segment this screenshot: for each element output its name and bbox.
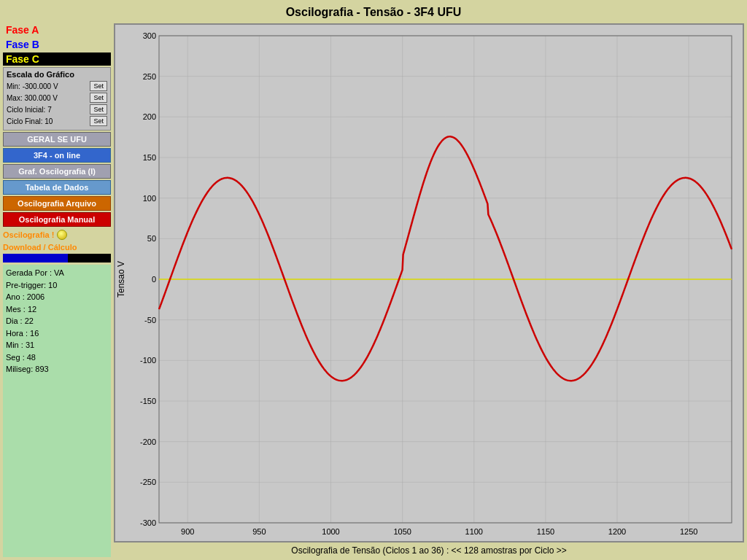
info-miliseg: Miliseg: 893 [6, 363, 108, 376]
oscilografia-section: Oscilografia ! [3, 228, 111, 241]
page-title: Oscilografia - Tensão - 3F4 UFU [3, 3, 744, 23]
oscilografia-manual-button[interactable]: Oscilografia Manual [3, 212, 111, 227]
chart-container [114, 23, 744, 542]
info-min: Min : 31 [6, 339, 108, 351]
info-pre-trigger: Pre-trigger: 10 [6, 279, 108, 292]
max-set-button[interactable]: Set [90, 93, 107, 103]
oscilografia-arquivo-button[interactable]: Oscilografia Arquivo [3, 196, 111, 211]
3f4-online-button[interactable]: 3F4 - on line [3, 148, 111, 163]
x-axis-label: Oscilografia de Tensão (Ciclos 1 ao 36) … [114, 542, 744, 557]
max-label: Max: 300.000 V [7, 94, 58, 102]
phase-b-label: Fase B [3, 38, 111, 51]
progress-bar-fill [3, 254, 68, 262]
chart-canvas [115, 25, 743, 541]
info-section: Gerada Por : VA Pre-trigger: 10 Ano : 20… [3, 265, 111, 557]
oscilografia-label: Oscilografia ! [3, 230, 54, 239]
info-hora: Hora : 16 [6, 327, 108, 340]
ciclo-final-label: Ciclo Final: 10 [7, 117, 53, 125]
min-set-button[interactable]: Set [90, 81, 107, 91]
scale-section: Escala do Gráfico Min: -300.000 V Set Ma… [3, 67, 111, 131]
info-ano: Ano : 2006 [6, 291, 108, 303]
info-gerada: Gerada Por : VA [6, 267, 108, 279]
min-label: Min: -300.000 V [7, 82, 58, 90]
chart-area: Oscilografia de Tensão (Ciclos 1 ao 36) … [114, 23, 744, 557]
ciclo-inicial-set-button[interactable]: Set [90, 104, 107, 114]
info-seg: Seg : 48 [6, 351, 108, 364]
progress-bar [3, 254, 111, 262]
geral-se-ufu-button[interactable]: GERAL SE UFU [3, 132, 111, 147]
ciclo-inicial-label: Ciclo Inicial: 7 [7, 106, 52, 114]
phase-c-label: Fase C [3, 52, 111, 66]
info-dia: Dia : 22 [6, 315, 108, 327]
ciclo-final-set-button[interactable]: Set [90, 116, 107, 126]
scale-title: Escala do Gráfico [7, 70, 107, 79]
download-label: Download / Cálculo [3, 243, 111, 252]
status-indicator [57, 230, 67, 240]
graf-oscilografia-button[interactable]: Graf. Oscilografia (I) [3, 164, 111, 179]
tabela-dados-button[interactable]: Tabela de Dados [3, 180, 111, 195]
info-mes: Mes : 12 [6, 303, 108, 316]
phase-a-label: Fase A [3, 23, 111, 36]
